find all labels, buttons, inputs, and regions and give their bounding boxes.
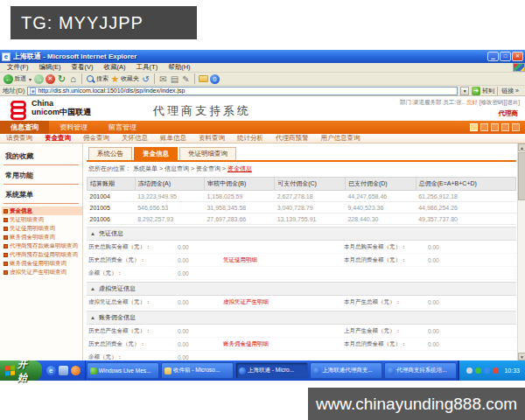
back-icon: ← — [4, 74, 13, 84]
minimize-button[interactable]: ▁ — [487, 52, 499, 61]
links-label[interactable]: 链接 » — [497, 87, 522, 95]
nav-tab[interactable]: 信息查询 — [0, 121, 49, 134]
system-tray: 10:33 — [458, 360, 525, 381]
address-dropdown-icon[interactable]: ▼ — [460, 87, 469, 95]
main-panel: 系统公告 资金信息 凭证明细查询 您所在的位置： 系统菜单 > 信息查询 > 资… — [83, 144, 525, 360]
sidebar-section-common[interactable]: 常用功能 — [4, 168, 79, 185]
title-bar[interactable]: e 上海联通 - Microsoft Internet Explorer ▁ □… — [0, 50, 525, 63]
submenu-item[interactable]: 关怀信息 — [116, 134, 154, 143]
submenu-item[interactable]: 佣金查询 — [77, 134, 116, 143]
taskbar-task-button[interactable]: 代理商支持系统培... — [384, 362, 457, 379]
inbox-task-icon — [164, 368, 172, 374]
nav-tool-icon-4[interactable] — [501, 123, 509, 131]
scroll-down-icon[interactable]: ▼ — [518, 353, 525, 360]
restore-button[interactable]: □ — [500, 52, 511, 61]
nav-tab[interactable]: 资料管理 — [49, 121, 98, 134]
sidebar-section-system-menu[interactable]: 系统菜单 — [4, 187, 79, 204]
menu-item[interactable]: 查看(V) — [66, 63, 99, 72]
close-button[interactable]: ✕ — [512, 52, 523, 61]
search-button[interactable]: 搜索 — [86, 74, 108, 84]
section-header-billing-commission[interactable]: ▲ 账务佣金信息 — [87, 311, 516, 325]
tray-antivirus-icon[interactable] — [475, 368, 481, 374]
scroll-up-icon[interactable]: ▲ — [518, 144, 525, 151]
table-row[interactable]: 201004 13,223,949.95 1,158,025.59 2,627,… — [88, 191, 516, 202]
back-button[interactable]: ← 后退 — [4, 74, 26, 84]
menu-item[interactable]: 收藏(A) — [99, 63, 131, 72]
mail-button[interactable]: ✉ — [158, 74, 168, 84]
submenu-item[interactable]: 统计分析 — [231, 134, 270, 143]
sidebar-item[interactable]: 代理商预存款使用明细查询 — [2, 250, 82, 259]
print-button[interactable]: ▤ — [170, 74, 179, 84]
submenu-item[interactable]: 话费查询 — [0, 134, 38, 143]
sidebar-item[interactable]: 凭证使用明细查询 — [2, 224, 82, 233]
menu-item[interactable]: 工具(T) — [131, 63, 164, 72]
tray-volume-icon[interactable] — [466, 368, 472, 374]
table-row[interactable]: 201005 546,656.53 31,958,345.58 3,040,72… — [88, 202, 516, 214]
taskbar-clock[interactable]: 10:33 — [504, 368, 520, 374]
refresh-button[interactable]: ↻ — [57, 74, 66, 84]
table-header-cell: 冻结佣金(A) — [135, 178, 204, 191]
folder-button[interactable] — [199, 75, 208, 82]
website-watermark-badge: www.chinayunding888.com — [308, 388, 525, 420]
tray-messenger-icon[interactable] — [484, 368, 490, 374]
toolbar-separator[interactable] — [194, 74, 195, 84]
toolbar-separator[interactable] — [81, 74, 82, 84]
toolbar-separator[interactable] — [154, 74, 155, 84]
sidebar-section-favorites[interactable]: 我的收藏 — [4, 149, 79, 165]
taskbar-task-button[interactable]: Windows Live Mes... — [87, 362, 159, 379]
section-row: 虚拟凭证总金额（元）： 0.00 虚拟凭证产生明细 本月产生总额（元）： 0.0… — [87, 296, 516, 309]
nav-tool-icon-5[interactable] — [512, 123, 520, 131]
scrollbar-thumb[interactable] — [518, 152, 525, 200]
edit-button[interactable]: ✎ — [181, 74, 191, 84]
section-header-voucher[interactable]: ▲ 凭证信息 — [87, 227, 516, 241]
submenu-item[interactable]: 资料查询 — [192, 134, 231, 143]
taskbar-task-button[interactable]: 上海联通代理商支... — [310, 362, 382, 379]
menu-bar: 文件(F) 编辑(E) 查看(V) 收藏(A) 工具(T) 帮助(H) — [0, 63, 525, 73]
sidebar-item[interactable]: 虚拟凭证产生明细查询 — [2, 268, 82, 276]
taskbar-task-button[interactable]: 上海联通 - Micro... — [235, 362, 308, 379]
nav-tool-icon-2[interactable] — [480, 123, 488, 131]
menu-item-icon — [4, 253, 8, 257]
history-button[interactable]: ↺ — [141, 74, 150, 84]
start-button[interactable]: 开始 — [0, 360, 42, 381]
forward-button[interactable]: → — [34, 74, 44, 84]
taskbar-task-button[interactable]: 收件箱 - Microso... — [161, 362, 234, 379]
content-tab[interactable]: 资金信息 — [134, 147, 178, 160]
nav-tool-icon-3[interactable] — [491, 123, 499, 131]
menu-item[interactable]: 帮助(H) — [163, 63, 195, 72]
sidebar-item[interactable]: 账务佣金使用明细查询 — [2, 259, 82, 268]
sidebar-item[interactable]: 账务佣金明细查询 — [2, 233, 82, 242]
address-input[interactable]: e http://dls.sh.unicom.local:15010/dls/j… — [27, 87, 458, 95]
table-row[interactable]: 201006 8,292,257.93 27,697,283.66 13,139… — [88, 214, 516, 225]
submenu-item[interactable]: 用户信息查询 — [315, 134, 367, 143]
tray-alert-icon[interactable] — [493, 368, 499, 374]
home-button[interactable]: ⌂ — [68, 74, 78, 84]
stop-icon: ✕ — [46, 74, 55, 84]
quick-launch-ie-icon[interactable]: e — [46, 366, 56, 375]
window-title: 上海联通 - Microsoft Internet Explorer — [13, 52, 487, 61]
account-links[interactable]: [修改密码][退出] — [480, 99, 520, 105]
submenu-item[interactable]: 账单信息 — [154, 134, 192, 143]
content-tab[interactable]: 系统公告 — [88, 147, 132, 160]
menu-item[interactable]: 文件(F) — [2, 63, 34, 72]
menu-item[interactable]: 编辑(E) — [34, 63, 66, 72]
nav-tab[interactable]: 留言管理 — [98, 121, 147, 134]
stop-button[interactable]: ✕ — [46, 74, 55, 84]
sidebar-item[interactable]: 资金信息 — [2, 206, 82, 215]
show-desktop-icon[interactable] — [59, 366, 68, 375]
submenu-item[interactable]: 资金查询 — [38, 134, 77, 143]
nav-tool-icon-1[interactable] — [470, 123, 478, 131]
sidebar-menu: 资金信息 凭证明细查询 凭证使用明细查询 — [0, 204, 82, 276]
media-player-icon[interactable] — [71, 366, 80, 375]
breadcrumb-current[interactable]: 资金信息 — [228, 165, 252, 172]
content-tab[interactable]: 凭证明细查询 — [179, 147, 236, 160]
vertical-scrollbar[interactable]: ▲ ▼ — [517, 144, 525, 360]
submenu-item[interactable]: 代理商预警 — [270, 134, 315, 143]
sidebar-item[interactable]: 代理商预存款账单明细查询 — [2, 242, 82, 250]
section-header-virtual-voucher[interactable]: ▲ 虚拟凭证信息 — [87, 282, 516, 296]
favorites-button[interactable]: ★ 收藏夹 — [110, 74, 139, 84]
sidebar-item[interactable]: 凭证明细查询 — [2, 215, 82, 224]
messenger-button[interactable]: 0 — [210, 74, 220, 84]
back-dropdown-button[interactable]: ▾ — [28, 74, 32, 84]
go-button[interactable]: ➜ 转到 — [472, 87, 494, 95]
